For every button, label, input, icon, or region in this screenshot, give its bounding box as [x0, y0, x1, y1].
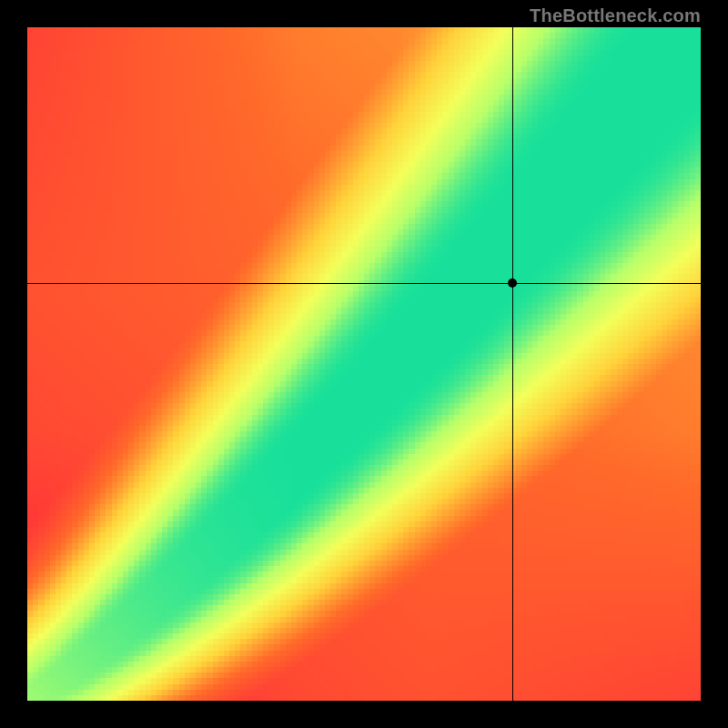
- watermark-text: TheBottleneck.com: [530, 5, 701, 26]
- marker-dot: [508, 278, 517, 288]
- crosshair-horizontal: [27, 283, 701, 284]
- heatmap-canvas: [27, 27, 701, 701]
- crosshair-vertical: [512, 27, 513, 701]
- chart-container: TheBottleneck.com: [0, 0, 728, 728]
- heatmap-plot: [27, 27, 701, 701]
